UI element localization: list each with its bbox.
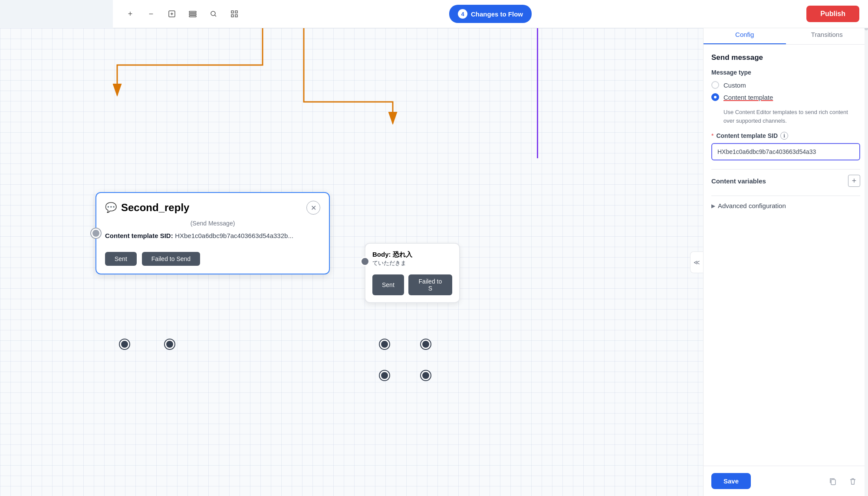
partial-body-text: ていただきま [372, 259, 452, 268]
radio-content-template-circle [711, 93, 719, 101]
node-close-button[interactable]: ✕ [306, 201, 320, 215]
node-buttons: Sent Failed to Send [96, 247, 329, 274]
grid-button[interactable] [226, 5, 243, 23]
node-content: Content template SID: HXbe1c0a6dbc9b7ac4… [96, 232, 329, 247]
section-title: Send message [711, 53, 860, 62]
message-icon: 💬 [105, 202, 117, 213]
advanced-config-section[interactable]: ▶ Advanced configuration [711, 196, 860, 215]
partial-failed-connector [421, 339, 431, 349]
radio-content-template[interactable]: Content template [711, 93, 860, 101]
toolbar-left: + − [122, 5, 243, 23]
node-input-connector [91, 228, 101, 238]
partial-node: Body: 恐れ入 ていただきま Sent Failed to S [365, 243, 460, 303]
partial-body-label: Body: 恐れ入 [372, 251, 452, 259]
layout-button[interactable] [184, 5, 201, 23]
partial-node-connector [360, 257, 370, 266]
partial-sent-connector [380, 339, 389, 349]
svg-rect-8 [235, 15, 237, 17]
purple-accent-line [537, 28, 538, 158]
message-type-label: Message type [711, 69, 860, 76]
sid-field-label-row: * Content template SID ℹ [711, 132, 860, 140]
content-template-sid-input[interactable] [711, 143, 860, 160]
node-title-text: Second_reply [121, 202, 189, 214]
sent-output-connector [120, 339, 129, 349]
sid-field-label: Content template SID [716, 132, 778, 139]
tab-config[interactable]: Config [704, 26, 786, 44]
content-variables-row: Content variables + [711, 169, 860, 192]
svg-rect-2 [189, 13, 196, 15]
svg-rect-11 [831, 480, 835, 485]
zoom-out-button[interactable]: − [142, 5, 160, 23]
partial-failed-connector-2 [421, 371, 431, 380]
toolbar: + − [113, 0, 868, 28]
zoom-in-button[interactable]: + [122, 5, 139, 23]
save-button[interactable]: Save [711, 473, 751, 489]
radio-custom[interactable]: Custom [711, 81, 860, 89]
tab-transitions[interactable]: Transitions [786, 26, 868, 44]
partial-failed-button[interactable]: Failed to S [408, 274, 452, 295]
duplicate-button[interactable] [825, 474, 840, 489]
right-panel: ← Send Message ℹ Hide Config Transitions… [703, 0, 868, 496]
required-asterisk: * [711, 132, 713, 139]
delete-button[interactable] [845, 474, 860, 489]
panel-footer: Save [704, 466, 868, 496]
message-type-radio-group: Custom Content template [711, 81, 860, 101]
advanced-config-label: Advanced configuration [718, 202, 786, 209]
svg-rect-3 [189, 16, 196, 17]
changes-to-flow-button[interactable]: 4 Changes to Flow [449, 5, 532, 23]
flow-canvas: 💬 Second_reply ✕ (Send Message) Content … [0, 28, 703, 496]
fit-screen-button[interactable] [163, 5, 181, 23]
content-template-description: Use Content Editor templates to send ric… [723, 108, 860, 125]
search-button[interactable] [205, 5, 222, 23]
radio-content-template-label: Content template [723, 94, 773, 101]
failed-output-connector [165, 339, 174, 349]
scrollbar-track [865, 0, 868, 496]
partial-sent-connector-2 [380, 371, 389, 380]
changes-label: Changes to Flow [471, 10, 523, 18]
publish-button[interactable]: Publish [806, 6, 859, 22]
svg-point-4 [211, 11, 215, 16]
radio-custom-label: Custom [723, 82, 746, 89]
partial-sent-button[interactable]: Sent [372, 274, 404, 295]
node-header: 💬 Second_reply ✕ [96, 193, 329, 220]
add-content-variable-button[interactable]: + [848, 175, 860, 187]
node-sid-value: HXbe1c0a6dbc9b7ac403663d54a332b... [175, 232, 293, 239]
second-reply-node: 💬 Second_reply ✕ (Send Message) Content … [95, 192, 330, 274]
sent-button[interactable]: Sent [105, 252, 137, 266]
failed-to-send-button[interactable]: Failed to Send [142, 252, 200, 266]
panel-tabs: Config Transitions [704, 26, 868, 45]
collapse-panel-button[interactable]: ≪ [690, 251, 703, 273]
panel-body: Send message Message type Custom Content… [704, 45, 868, 466]
radio-custom-circle [711, 81, 719, 89]
changes-count-badge: 4 [458, 9, 467, 19]
svg-rect-5 [231, 11, 233, 13]
svg-rect-7 [231, 15, 233, 17]
content-variables-label: Content variables [711, 177, 766, 185]
node-subtitle: (Send Message) [96, 220, 329, 227]
node-sid-label: Content template SID: [105, 232, 173, 239]
node-title: 💬 Second_reply [105, 202, 189, 214]
sid-info-icon[interactable]: ℹ [780, 132, 788, 140]
svg-rect-6 [235, 11, 237, 13]
chevron-right-icon: ▶ [711, 203, 715, 209]
svg-rect-1 [189, 11, 196, 13]
